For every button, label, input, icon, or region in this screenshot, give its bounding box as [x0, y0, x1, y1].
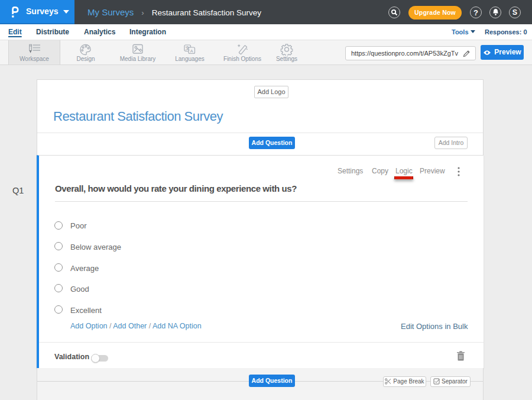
svg-text:文: 文 [184, 46, 190, 51]
svg-text:A: A [190, 49, 194, 54]
